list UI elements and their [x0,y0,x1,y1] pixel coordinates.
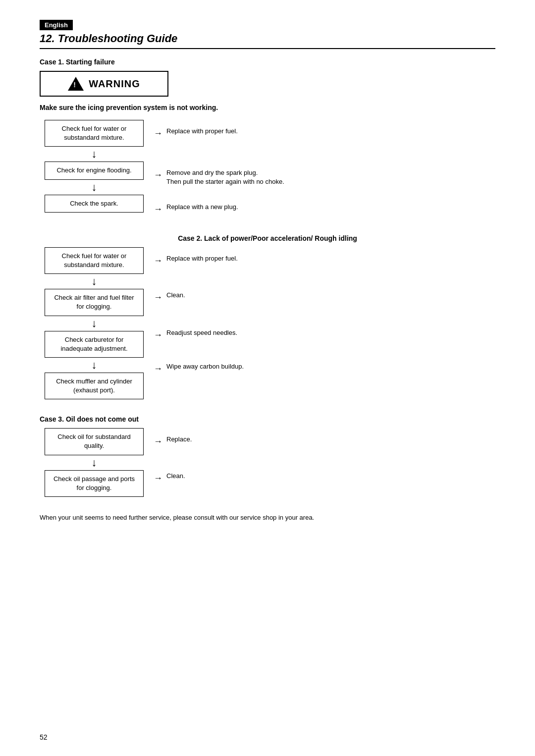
page-number: 52 [40,733,48,741]
case2-flow-right: → Replace with proper fuel. → Clean. → R… [149,247,495,378]
case2-result-text-4: Wipe away carbon buildup. [166,362,495,371]
page: English 12. Troubleshooting Guide Case 1… [0,0,535,756]
case3-block: Case 3. Oil does not come out Check oil … [40,415,495,497]
case2-flow-box-2: Check air filter and fuel filter for clo… [45,289,144,316]
warning-triangle-icon [68,77,84,91]
case2-result-2: → Clean. [154,291,495,304]
case1-flow-right: → Replace with proper fuel. → Remove and… [149,120,495,218]
case1-result-text-3: Replace with a new plug. [166,203,495,212]
case2-flow: Check fuel for water or substandard mixt… [40,247,495,400]
case2-arrow-down-2: ↓ [92,318,97,329]
case3-arrow-right-2: → [154,472,162,485]
section-title: 12. Troubleshooting Guide [40,32,495,49]
case2-title: Case 2. Lack of power/Poor acceleration/… [40,234,495,242]
case1-result-2: → Remove and dry the spark plug.Then pul… [154,168,495,186]
warning-label: WARNING [89,78,140,90]
case1-flow-box-2: Check for engine flooding. [45,162,144,179]
case2-arrow-down-3: ↓ [92,360,97,371]
case2-arrow-down-1: ↓ [92,276,97,287]
footer-note: When your unit seems to need further ser… [40,513,495,523]
case1-arrow-right-2: → [154,169,162,181]
case1-result-1: → Replace with proper fuel. [154,127,495,140]
case3-arrow-right-1: → [154,435,162,448]
case1-arrow-right-3: → [154,203,162,216]
case3-flow-box-1: Check oil for substandard quality. [45,428,144,455]
case2-arrow-right-1: → [154,255,162,267]
case3-result-text-2: Clean. [166,472,495,481]
case1-flow-box-3: Check the spark. [45,195,144,213]
case3-result-text-1: Replace. [166,435,495,444]
case3-result-2: → Clean. [154,472,495,485]
case1-arrow-right-1: → [154,127,162,140]
case3-title: Case 3. Oil does not come out [40,415,495,423]
case2-flow-box-3: Check carburetor for inadequate adjustme… [45,331,144,358]
case2-arrow-right-2: → [154,291,162,304]
case1-flow-box-1: Check fuel for water or substandard mixt… [45,120,144,147]
case2-flow-box-1: Check fuel for water or substandard mixt… [45,247,144,274]
case1-flow: Check fuel for water or substandard mixt… [40,120,495,218]
case1-result-text-2: Remove and dry the spark plug.Then pull … [166,168,495,186]
case3-flow-box-2: Check oil passage and ports for clogging… [45,470,144,497]
case1-title: Case 1. Starting failure [40,58,495,66]
case1-result-3: → Replace with a new plug. [154,203,495,216]
case2-result-4: → Wipe away carbon buildup. [154,362,495,375]
case3-flow-right: → Replace. → Clean. [149,428,495,487]
case1-arrow-down-2: ↓ [92,182,97,193]
case3-result-1: → Replace. [154,435,495,448]
case2-result-1: → Replace with proper fuel. [154,254,495,267]
case2-block: Case 2. Lack of power/Poor acceleration/… [40,234,495,400]
case3-arrow-down-1: ↓ [92,457,97,468]
case2-flow-box-4: Check muffler and cylinder (exhaust port… [45,373,144,399]
case2-flow-left: Check fuel for water or substandard mixt… [40,247,149,400]
case2-result-text-1: Replace with proper fuel. [166,254,495,263]
warning-note: Make sure the icing prevention system is… [40,103,495,113]
language-tag: English [40,20,495,32]
case2-result-text-3: Readjust speed needles. [166,328,495,337]
case3-flow: Check oil for substandard quality. ↓ Che… [40,428,495,497]
case3-flow-left: Check oil for substandard quality. ↓ Che… [40,428,149,497]
case1-flow-left: Check fuel for water or substandard mixt… [40,120,149,213]
warning-box: WARNING [40,71,168,97]
case2-result-3: → Readjust speed needles. [154,328,495,341]
case1-arrow-down-1: ↓ [92,149,97,160]
case2-arrow-right-3: → [154,329,162,341]
case1-result-text-1: Replace with proper fuel. [166,127,495,136]
case2-result-text-2: Clean. [166,291,495,300]
case1-block: Case 1. Starting failure WARNING Make su… [40,58,495,218]
case2-arrow-right-4: → [154,363,162,375]
